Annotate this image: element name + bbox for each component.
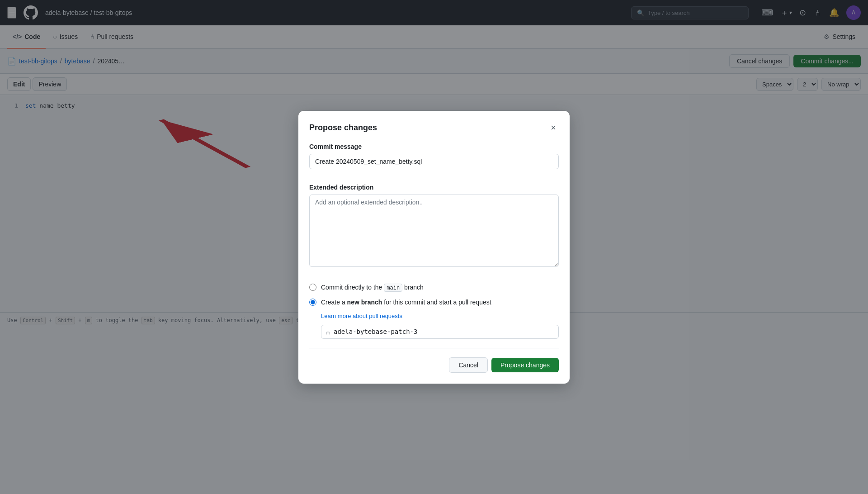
modal-header: Propose changes × xyxy=(309,122,559,134)
extended-desc-section: Extended description xyxy=(309,184,559,276)
branch-icon: ⑃ xyxy=(326,328,330,328)
radio-new-branch[interactable] xyxy=(309,299,316,306)
modal-title: Propose changes xyxy=(309,123,377,133)
commit-message-section: Commit message xyxy=(309,143,559,176)
radio-direct-label: Commit directly to the main branch xyxy=(321,283,424,292)
radio-direct[interactable] xyxy=(309,284,316,291)
propose-changes-modal: Propose changes × Commit message Extende… xyxy=(298,111,570,328)
radio-new-branch-label: Create a new branch for this commit and … xyxy=(321,298,491,307)
radio-section: Commit directly to the main branch Creat… xyxy=(309,283,559,328)
modal-close-button[interactable]: × xyxy=(548,122,559,134)
learn-more-link[interactable]: Learn more about pull requests xyxy=(321,313,559,319)
modal-overlay: Propose changes × Commit message Extende… xyxy=(0,0,868,328)
extended-desc-textarea[interactable] xyxy=(309,195,559,267)
radio-direct-option[interactable]: Commit directly to the main branch xyxy=(309,283,559,292)
radio-new-branch-option[interactable]: Create a new branch for this commit and … xyxy=(309,298,559,307)
extended-desc-label: Extended description xyxy=(309,184,559,191)
commit-message-input[interactable] xyxy=(309,154,559,169)
branch-input-wrap: ⑃ xyxy=(321,325,559,328)
commit-message-label: Commit message xyxy=(309,143,559,150)
